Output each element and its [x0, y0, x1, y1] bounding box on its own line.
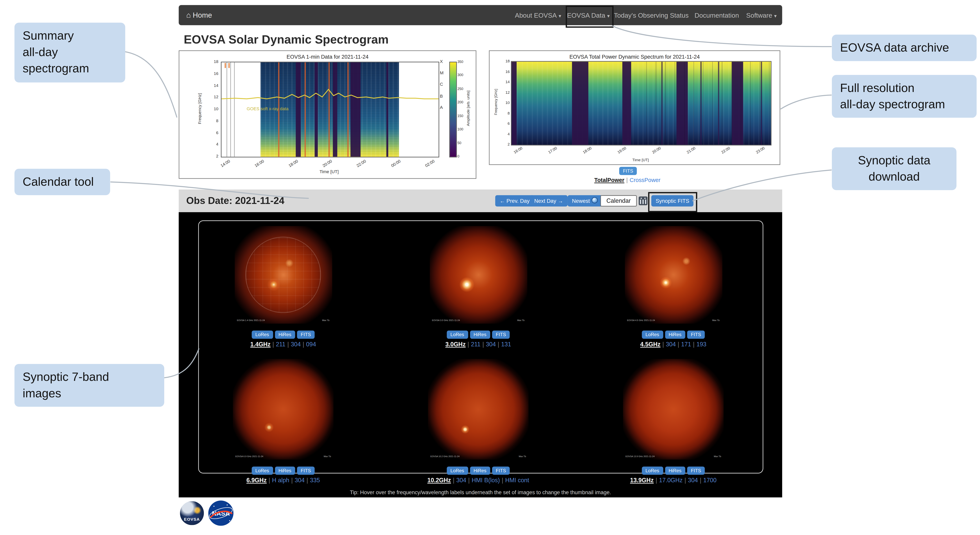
- wavelength-link[interactable]: HMI B(los): [472, 477, 500, 484]
- wavelength-link[interactable]: 17.0GHz: [659, 477, 682, 484]
- colorbar-tick: 300: [457, 73, 463, 77]
- wavelength-link[interactable]: 094: [306, 341, 316, 348]
- summary-plot-area: GOES soft x-ray data: [221, 62, 439, 158]
- fits-button[interactable]: FITS: [687, 331, 705, 339]
- y-tick: 4: [208, 142, 218, 146]
- nav-home-label: Home: [192, 11, 212, 19]
- wavelength-link[interactable]: H alph: [272, 477, 289, 484]
- lores-button[interactable]: LoRes: [252, 331, 273, 339]
- hover-tip: Tip: Hover over the frequency/wavelength…: [179, 489, 782, 495]
- obs-date-label: Obs Date: 2021-11-24: [186, 190, 285, 212]
- sun-image-6-9ghz[interactable]: EOVSA 6.9 GHz 2021-11-24 Max Tb: [233, 359, 334, 460]
- calendar-icon[interactable]: [639, 196, 648, 205]
- nav-item-observing-status[interactable]: Today's Observing Status: [614, 5, 689, 25]
- wavelength-link[interactable]: 304: [294, 477, 305, 484]
- image-caption-left: EOVSA 13.9 GHz 2021-11-24: [625, 455, 654, 458]
- fits-button[interactable]: FITS: [492, 466, 510, 475]
- freq-label[interactable]: 6.9GHz: [247, 477, 267, 484]
- y-tick: 2: [208, 153, 218, 158]
- y-tick: 16: [500, 70, 510, 73]
- crosspower-link[interactable]: CrossPower: [630, 177, 660, 183]
- nav-item-label: Today's Observing Status: [614, 11, 689, 19]
- y-tick: 6: [500, 121, 510, 125]
- totalpower-link[interactable]: TotalPower: [594, 177, 624, 183]
- sun-image-13-9ghz[interactable]: EOVSA 13.9 GHz 2021-11-24 Max Tb: [623, 359, 724, 460]
- hires-button[interactable]: HiRes: [470, 466, 490, 475]
- freq-label[interactable]: 10.2GHz: [427, 477, 451, 484]
- hires-button[interactable]: HiRes: [665, 466, 685, 475]
- navbar: ⌂Home About EOVSA▾ EOVSA Data▾ Today's O…: [179, 5, 782, 25]
- nav-item-label: Software: [746, 11, 772, 19]
- sun-image-3-0ghz[interactable]: EOVSA 3.0 GHz 2021-11-24 Max Tb: [430, 226, 527, 324]
- y-tick: 12: [208, 95, 218, 99]
- lores-button[interactable]: LoRes: [447, 331, 468, 339]
- freq-label-row: 1.4GHz|211|304|094: [189, 341, 377, 348]
- lores-button[interactable]: LoRes: [447, 466, 468, 475]
- sun-image-1-4ghz[interactable]: EOVSA 1.4 GHz 2021-11-24 Max Tb: [234, 226, 332, 324]
- colorbar-tick: 200: [457, 100, 463, 104]
- y-tick: 18: [500, 59, 510, 63]
- sun-image-10-2ghz[interactable]: EOVSA 10.2 GHz 2021-11-24 Max Tb: [428, 359, 528, 460]
- freq-label[interactable]: 13.9GHz: [630, 477, 654, 484]
- callout-synoptic-images: Synoptic 7-band images: [14, 364, 164, 407]
- chevron-down-icon: ▾: [607, 13, 610, 19]
- wavelength-link[interactable]: 131: [501, 341, 511, 348]
- wavelength-link[interactable]: 304: [486, 341, 496, 348]
- lores-button[interactable]: LoRes: [642, 331, 663, 339]
- fits-button[interactable]: FITS: [297, 331, 315, 339]
- wavelength-link[interactable]: 304: [688, 477, 698, 484]
- y-tick: 10: [500, 101, 510, 105]
- gallery-cell-3-0ghz: EOVSA 3.0 GHz 2021-11-24 Max Tb LoResHiR…: [384, 226, 573, 348]
- link-separator: |: [626, 177, 628, 183]
- wavelength-link[interactable]: 335: [310, 477, 320, 484]
- fits-button[interactable]: FITS: [492, 331, 510, 339]
- goes-class-b: B: [440, 94, 443, 98]
- wavelength-link[interactable]: 211: [471, 341, 480, 348]
- nav-item-about-eovsa[interactable]: About EOVSA▾: [515, 5, 561, 27]
- y-tick: 14: [500, 80, 510, 84]
- nav-home[interactable]: ⌂Home: [186, 5, 212, 25]
- freq-label[interactable]: 4.5GHz: [640, 341, 660, 348]
- y-tick: 8: [208, 118, 218, 123]
- freq-label[interactable]: 1.4GHz: [250, 341, 270, 348]
- wavelength-link[interactable]: 1700: [703, 477, 717, 484]
- wavelength-link[interactable]: 193: [697, 341, 706, 348]
- y-tick: 14: [208, 83, 218, 87]
- fits-button[interactable]: FITS: [687, 466, 705, 475]
- wavelength-link[interactable]: 211: [276, 341, 286, 348]
- calendar-input[interactable]: Calendar: [600, 195, 637, 206]
- hires-button[interactable]: HiRes: [275, 466, 295, 475]
- callout-summary-spectrogram: Summary all-day spectrogram: [14, 23, 125, 82]
- lores-button[interactable]: LoRes: [642, 466, 663, 475]
- lores-button[interactable]: LoRes: [252, 466, 273, 475]
- fullres-fits-button[interactable]: FITS: [619, 167, 637, 175]
- wavelength-link[interactable]: 304: [456, 477, 466, 484]
- synoptic-fits-button[interactable]: Synoptic FITS: [651, 195, 694, 206]
- nav-item-documentation[interactable]: Documentation: [694, 5, 739, 25]
- chevron-down-icon: ▾: [774, 13, 777, 19]
- fits-button[interactable]: FITS: [297, 466, 315, 475]
- nav-item-label: EOVSA Data: [567, 11, 605, 19]
- wavelength-link[interactable]: 304: [666, 341, 676, 348]
- goes-class-m: M: [440, 70, 444, 75]
- sun-image-4-5ghz[interactable]: EOVSA 4.5 GHz 2021-11-24 Max Tb: [624, 226, 722, 324]
- wavelength-link[interactable]: 171: [681, 341, 691, 348]
- connector-fullres: [781, 95, 831, 109]
- newest-button[interactable]: Newest: [568, 195, 603, 206]
- uv-grid-overlay: [245, 237, 321, 313]
- y-tick: 2: [500, 142, 510, 146]
- freq-label[interactable]: 3.0GHz: [445, 341, 466, 348]
- hires-button[interactable]: HiRes: [275, 331, 295, 339]
- wavelength-link[interactable]: HMI cont: [505, 477, 529, 484]
- wavelength-link[interactable]: 304: [291, 341, 301, 348]
- hires-button[interactable]: HiRes: [665, 331, 685, 339]
- prev-day-button[interactable]: ← Prev. Day: [495, 195, 534, 206]
- nav-item-eovsa-data[interactable]: EOVSA Data▾: [567, 5, 609, 27]
- next-day-button[interactable]: Next Day →: [530, 195, 568, 206]
- nav-item-software[interactable]: Software▾: [746, 5, 777, 27]
- y-tick: 16: [208, 71, 218, 75]
- freq-label-row: 3.0GHz|211|304|131: [384, 341, 573, 348]
- image-caption-right: Max Tb: [322, 319, 329, 322]
- hires-button[interactable]: HiRes: [470, 331, 490, 339]
- summary-spectrogram-panel: EOVSA 1-min Data for 2021-11-24 Frequenc…: [179, 50, 476, 179]
